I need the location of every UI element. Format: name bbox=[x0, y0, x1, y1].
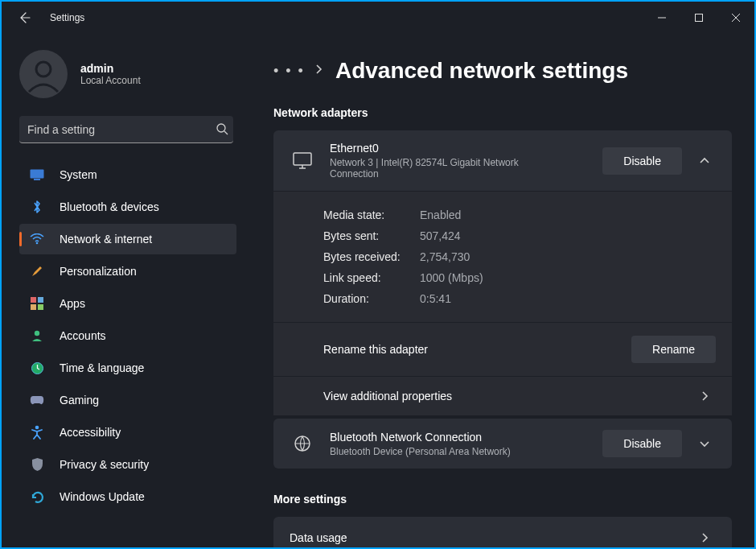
person-icon bbox=[24, 55, 63, 93]
detail-key: Media state: bbox=[323, 208, 420, 221]
nav-gaming[interactable]: Gaming bbox=[19, 385, 236, 415]
monitor-icon bbox=[290, 152, 315, 170]
nav-label: Apps bbox=[60, 297, 85, 310]
svg-point-5 bbox=[36, 242, 39, 245]
user-account-type: Local Account bbox=[80, 75, 141, 86]
nav-label: Privacy & security bbox=[60, 458, 149, 471]
gaming-icon bbox=[29, 392, 45, 408]
nav-label: Windows Update bbox=[60, 490, 145, 503]
update-icon bbox=[29, 489, 45, 505]
minimize-icon bbox=[658, 14, 666, 22]
accounts-icon bbox=[29, 328, 45, 344]
detail-value: 1000 (Mbps) bbox=[420, 271, 483, 284]
nav-label: Time & language bbox=[60, 361, 144, 374]
main-content: • • • Advanced network settings Network … bbox=[251, 34, 754, 547]
detail-value: 2,754,730 bbox=[420, 250, 470, 263]
chevron-right-icon bbox=[693, 532, 716, 543]
svg-rect-7 bbox=[38, 297, 43, 303]
view-properties-row[interactable]: View additional properties bbox=[273, 376, 732, 415]
detail-value: 0:5:41 bbox=[420, 292, 451, 305]
nav-privacy[interactable]: Privacy & security bbox=[19, 449, 236, 480]
nav-label: Gaming bbox=[60, 394, 99, 407]
detail-key: Bytes sent: bbox=[323, 229, 420, 242]
shield-icon bbox=[29, 456, 45, 473]
user-name: admin bbox=[80, 62, 141, 75]
detail-key: Link speed: bbox=[323, 271, 420, 284]
nav-label: Personalization bbox=[60, 265, 137, 278]
titlebar: Settings bbox=[2, 2, 754, 34]
disable-bluetooth-button[interactable]: Disable bbox=[602, 430, 682, 457]
nav-label: Bluetooth & devices bbox=[60, 200, 159, 213]
accessibility-icon bbox=[29, 424, 45, 440]
adapter-subtitle: Bluetooth Device (Personal Area Network) bbox=[330, 446, 555, 457]
svg-rect-4 bbox=[34, 179, 40, 180]
data-usage-label: Data usage bbox=[290, 531, 693, 544]
sidebar: admin Local Account System Bluetooth & d… bbox=[2, 34, 251, 547]
adapter-details: Media state:Enabled Bytes sent:507,424 B… bbox=[273, 191, 732, 322]
nav-system[interactable]: System bbox=[19, 159, 236, 190]
detail-value: 507,424 bbox=[420, 229, 461, 242]
svg-rect-9 bbox=[38, 304, 43, 310]
svg-point-13 bbox=[35, 426, 39, 430]
globe-icon bbox=[290, 435, 315, 452]
svg-rect-8 bbox=[31, 304, 36, 310]
adapter-subtitle: Network 3 | Intel(R) 82574L Gigabit Netw… bbox=[330, 157, 555, 180]
nav-label: Network & internet bbox=[60, 233, 152, 246]
data-usage-card: Data usage bbox=[273, 517, 732, 547]
svg-point-1 bbox=[36, 62, 51, 76]
svg-rect-14 bbox=[294, 153, 311, 165]
rename-button[interactable]: Rename bbox=[631, 336, 716, 363]
app-title: Settings bbox=[50, 12, 84, 23]
rename-row: Rename this adapter Rename bbox=[273, 322, 732, 376]
adapter-name: Ethernet0 bbox=[330, 142, 602, 155]
section-adapters-title: Network adapters bbox=[273, 106, 732, 119]
detail-key: Duration: bbox=[323, 292, 420, 305]
close-button[interactable] bbox=[717, 2, 754, 34]
user-info[interactable]: admin Local Account bbox=[19, 50, 243, 98]
rename-label: Rename this adapter bbox=[323, 343, 631, 356]
page-title: Advanced network settings bbox=[335, 58, 628, 84]
disable-ethernet-button[interactable]: Disable bbox=[602, 147, 682, 175]
svg-point-2 bbox=[217, 124, 225, 132]
wifi-icon bbox=[29, 231, 45, 247]
nav-label: Accessibility bbox=[60, 426, 121, 439]
breadcrumb-row: • • • Advanced network settings bbox=[273, 58, 732, 84]
nav-update[interactable]: Windows Update bbox=[19, 481, 236, 512]
view-properties-label: View additional properties bbox=[323, 390, 693, 402]
nav-accounts[interactable]: Accounts bbox=[19, 320, 236, 351]
more-settings-section: More settings Data usage bbox=[273, 493, 732, 547]
maximize-button[interactable] bbox=[680, 2, 717, 34]
adapter-name: Bluetooth Network Connection bbox=[330, 431, 602, 444]
adapter-ethernet-header[interactable]: Ethernet0 Network 3 | Intel(R) 82574L Gi… bbox=[273, 130, 732, 191]
nav-bluetooth[interactable]: Bluetooth & devices bbox=[19, 192, 236, 222]
adapter-bluetooth-header[interactable]: Bluetooth Network Connection Bluetooth D… bbox=[273, 419, 732, 469]
nav-label: System bbox=[60, 168, 97, 181]
adapter-bluetooth-card: Bluetooth Network Connection Bluetooth D… bbox=[273, 419, 732, 469]
chevron-right-icon bbox=[314, 64, 323, 78]
nav-network[interactable]: Network & internet bbox=[19, 224, 236, 254]
settings-window: Settings ad bbox=[2, 2, 754, 547]
minimize-button[interactable] bbox=[643, 2, 680, 34]
nav-apps[interactable]: Apps bbox=[19, 288, 236, 319]
close-icon bbox=[732, 14, 740, 22]
nav-accessibility[interactable]: Accessibility bbox=[19, 417, 236, 448]
bluetooth-icon bbox=[29, 199, 45, 215]
section-more-title: More settings bbox=[273, 493, 732, 506]
search-icon bbox=[216, 122, 228, 138]
search-input[interactable] bbox=[19, 116, 233, 143]
breadcrumb-more[interactable]: • • • bbox=[273, 63, 305, 80]
chevron-up-icon bbox=[693, 157, 716, 165]
system-icon bbox=[29, 167, 45, 183]
data-usage-row[interactable]: Data usage bbox=[273, 517, 732, 547]
apps-icon bbox=[29, 295, 45, 312]
chevron-down-icon bbox=[693, 440, 716, 448]
svg-rect-6 bbox=[31, 297, 36, 303]
nav-personalization[interactable]: Personalization bbox=[19, 256, 236, 287]
nav-time[interactable]: Time & language bbox=[19, 353, 236, 383]
clock-icon bbox=[29, 360, 45, 376]
detail-key: Bytes received: bbox=[323, 250, 420, 263]
maximize-icon bbox=[695, 14, 703, 22]
back-arrow-icon bbox=[18, 11, 31, 24]
back-button[interactable] bbox=[11, 5, 37, 31]
chevron-right-icon bbox=[693, 390, 716, 402]
